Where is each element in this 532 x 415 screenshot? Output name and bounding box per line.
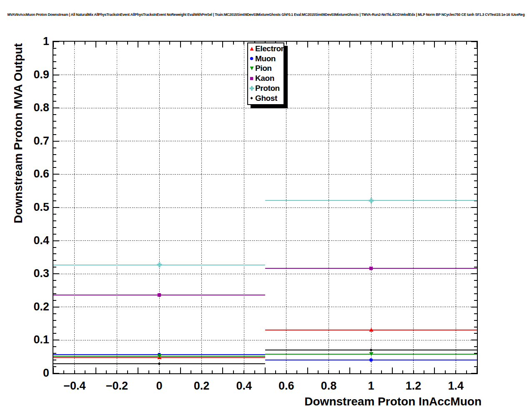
x-tick [222,368,223,373]
triangle-up-icon [250,47,254,51]
legend-entry-electron: Electron [249,44,284,54]
triangle-down-icon [250,66,254,70]
legend-label-pion: Pion [255,64,272,73]
x-tick [286,370,287,373]
y-tick [474,121,477,122]
y-tick [53,167,56,168]
y-gridline [53,174,477,175]
y-tick [474,253,477,254]
y-tick [53,234,56,235]
y-gridline [53,307,477,307]
y-tick [471,373,477,374]
y-tick [53,108,59,108]
x-tick [85,370,85,373]
y-tick [53,293,56,294]
y-tick [474,220,477,221]
y-tick [474,161,477,162]
x-tick [201,370,202,373]
marker-proton [369,198,374,203]
y-tick [53,300,56,301]
x-tick [328,42,329,45]
legend-label-muon: Muon [255,54,276,63]
y-tick [53,101,56,102]
y-tick [474,61,477,62]
triangle-down-icon [249,66,254,70]
y-tick [53,287,56,288]
y-tick-label: 0.3 [8,267,49,280]
y-tick [474,287,477,288]
y-tick [474,68,477,69]
y-tick-label: 0.8 [8,101,49,114]
x-tick [191,42,191,45]
legend-label-electron: Electron [255,44,286,53]
x-tick [477,368,477,373]
x-tick [116,370,117,373]
x-tick [307,368,308,373]
x-tick [180,368,181,373]
legend-entry-ghost: Ghost [249,93,284,103]
y-tick-label: 0.9 [8,68,49,81]
legend: ElectronMuonPionKaonProtonGhost [247,42,284,105]
x-tick [477,42,477,48]
y-tick [474,55,477,55]
y-gridline [53,240,477,241]
x-tick [424,370,424,373]
x-tick [434,42,435,48]
y-tick [53,61,56,62]
marker-kaon [369,266,373,270]
y-tick [474,48,477,49]
x-tick [402,370,403,373]
y-tick [474,187,477,188]
diamond-icon [249,97,254,100]
y-tick [53,327,56,328]
y-gridline [53,108,477,108]
y-tick [53,240,59,241]
legend-entry-muon: Muon [249,54,284,64]
legend-entry-kaon: Kaon [249,73,284,83]
marker-pion [369,352,374,356]
x-tick [116,42,117,45]
x-tick [424,42,424,45]
legend-label-proton: Proton [255,84,280,93]
x-tick-label: 0.6 [266,380,307,392]
y-tick [474,366,477,367]
y-tick [53,68,56,69]
x-tick-label: −0.4 [54,380,95,392]
y-tick-label: 0 [8,367,49,380]
plus-icon [249,86,254,91]
x-tick [63,42,64,45]
plus-icon [249,86,254,91]
y-tick [474,134,477,135]
x-tick [445,42,446,45]
x-tick [127,42,128,45]
y-tick-label: 0.2 [8,300,49,313]
y-gridline [53,340,477,340]
x-tick [74,370,75,373]
x-tick [106,370,107,373]
x-tick [318,370,319,373]
x-tick [95,42,96,48]
y-tick [474,333,477,334]
y-tick [53,194,56,195]
x-tick [159,370,160,373]
x-tick [296,42,297,45]
x-tick [222,42,223,48]
x-tick [233,370,234,373]
y-tick [53,253,56,254]
x-tick [413,370,414,373]
y-tick [53,134,56,135]
y-tick [53,366,56,367]
square-icon [249,77,254,80]
x-tick [360,42,361,45]
x-tick [138,42,138,48]
y-tick [53,114,56,115]
x-tick [106,42,107,45]
y-tick [53,187,56,188]
marker-ghost [369,348,373,352]
x-tick [201,42,202,45]
y-tick [474,81,477,82]
y-tick [53,88,56,88]
x-tick [371,370,371,373]
x-tick [286,42,287,45]
x-tick [466,42,467,45]
